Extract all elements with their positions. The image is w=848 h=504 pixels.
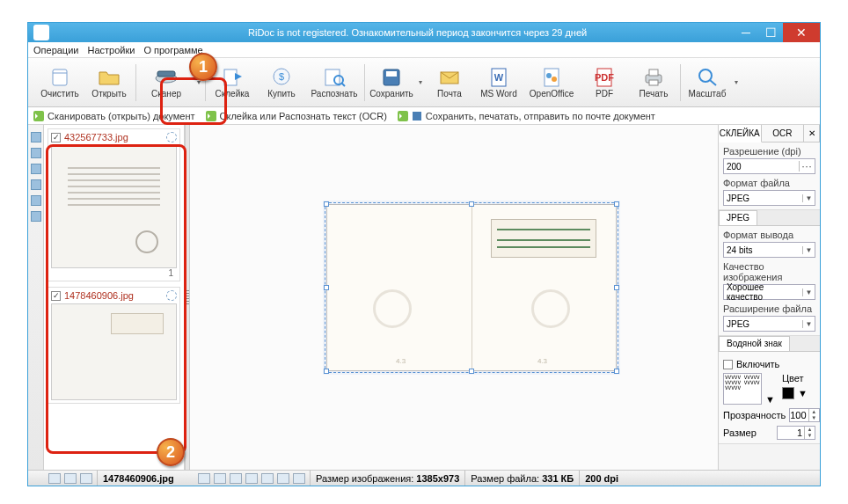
svg-point-23 [699,69,712,82]
thumbnail-gear-icon[interactable] [166,290,177,301]
save-button[interactable]: Сохранить [367,60,416,106]
status-icon[interactable] [277,473,289,484]
tool-icon[interactable] [31,148,41,158]
status-dims: 1385x973 [416,473,459,484]
tool-icon[interactable] [31,179,41,190]
thumbnail-checkbox[interactable]: ✓ [51,133,61,142]
svg-text:PDF: PDF [595,72,614,83]
size-label: Размер [723,427,757,438]
status-icon[interactable] [48,473,61,484]
thumbnail-item[interactable]: ✓ 432567733.jpg 1 [48,128,180,281]
watermark-tab[interactable]: Водяной знак [719,336,790,351]
document-page[interactable]: 4.3 4.3 [326,204,617,371]
svg-line-9 [341,83,345,86]
status-icon[interactable] [80,473,92,484]
menubar: Операции Настройки О программе [28,42,820,58]
thumbnail-checkbox[interactable]: ✓ [51,291,61,301]
hint-bar: Сканировать (открыть) документ Склейка и… [28,107,820,125]
maximize-button[interactable]: ☐ [758,23,783,42]
status-icon[interactable] [245,473,258,484]
svg-point-17 [552,77,557,82]
tool-icon[interactable] [31,164,41,174]
jpeg-tab[interactable]: JPEG [719,210,757,225]
app-window: RiDoc is not registered. Ознакомительный… [27,22,821,486]
tab-stitch[interactable]: СКЛЕЙКА [719,125,762,142]
svg-rect-21 [649,69,658,76]
svg-rect-11 [386,71,397,77]
tool-icon[interactable] [31,132,41,142]
minimize-button[interactable]: ─ [734,23,758,42]
status-icon[interactable] [198,473,210,484]
openoffice-button[interactable]: OpenOffice [523,60,580,106]
menu-operations[interactable]: Операции [33,45,78,55]
hint-save: Сохранить, печатать, отправить по почте … [398,111,655,121]
color-swatch[interactable] [782,387,794,399]
right-panel: СКЛЕЙКА OCR ✕ Разрешение (dpi) 200··· Фо… [718,125,820,470]
close-button[interactable]: ✕ [783,23,820,42]
thumbnail-panel: ✓ 432567733.jpg 1 ✓ 1478460906.jpg [44,125,185,470]
content-area: ✓ 432567733.jpg 1 ✓ 1478460906.jpg [28,125,820,470]
msword-button[interactable]: WMS Word [474,60,523,106]
save-dropdown[interactable]: ▾ [416,78,425,86]
tab-ocr[interactable]: OCR [762,125,805,142]
svg-rect-25 [413,112,421,121]
ext-select[interactable]: JPEG▼ [723,316,815,332]
svg-line-24 [710,80,716,85]
tool-icon[interactable] [31,211,41,222]
buy-button[interactable]: $Купить [257,60,306,106]
status-icon[interactable] [230,473,242,484]
enable-label: Включить [736,359,779,369]
status-icon[interactable] [261,473,274,484]
recognize-button[interactable]: Распознать [306,60,362,106]
opacity-spinner[interactable]: 100▲▼ [789,408,819,422]
scanner-button[interactable]: Сканер [138,60,194,106]
arrow-icon [33,111,44,121]
menu-settings[interactable]: Настройки [87,45,135,55]
svg-rect-0 [53,69,67,85]
output-select[interactable]: 24 bits▼ [723,242,815,258]
pattern-box[interactable]: VVVVV VVVVV VVVVV VVVVV VVVVV [723,373,762,405]
hint-ocr: Склейка или Распознать текст (OCR) [206,111,387,121]
quality-select[interactable]: Хорошее качество▼ [723,284,815,300]
thumbnail-filename: 432567733.jpg [64,132,128,142]
save-icon [412,111,422,121]
svg-rect-7 [325,69,340,85]
format-select[interactable]: JPEG▼ [723,190,815,206]
thumbnail-filename: 1478460906.jpg [64,290,134,301]
thumbnail-gear-icon[interactable] [166,132,177,142]
titlebar: RiDoc is not registered. Ознакомительный… [28,23,820,42]
output-label: Формат вывода [723,230,815,240]
status-filename: 1478460906.jpg [103,473,174,484]
thumbnail-image[interactable] [51,145,177,268]
thumbnail-image[interactable] [51,303,177,400]
print-button[interactable]: Печать [629,60,678,106]
status-icon[interactable] [64,473,77,484]
preview-area[interactable]: 4.3 4.3 [190,125,718,470]
window-title: RiDoc is not registered. Ознакомительный… [55,27,734,38]
resolution-field[interactable]: 200··· [723,158,815,174]
arrow-icon [398,111,408,121]
clear-button[interactable]: Очистить [35,60,84,106]
status-dpi: 200 dpi [585,473,618,484]
status-icon[interactable] [293,473,305,484]
hint-scan: Сканировать (открыть) документ [33,111,195,121]
tab-close[interactable]: ✕ [804,125,820,142]
pdf-button[interactable]: PDFPDF [580,60,629,106]
size-spinner[interactable]: 1▲▼ [777,426,815,440]
callout-2: 2 [157,438,185,466]
svg-rect-15 [545,69,559,86]
menu-about[interactable]: О программе [143,45,202,55]
opacity-label: Прозрачность [723,410,786,420]
mail-button[interactable]: Почта [425,60,474,106]
status-filesize: 331 КБ [542,473,574,484]
tool-icon[interactable] [31,195,41,206]
open-button[interactable]: Открыть [84,60,134,106]
enable-checkbox[interactable] [723,360,733,369]
thumbnail-item[interactable]: ✓ 1478460906.jpg [48,287,180,404]
zoom-dropdown[interactable]: ▾ [732,78,741,86]
zoom-button[interactable]: Масштаб [683,60,732,106]
format-label: Формат файла [723,178,815,188]
svg-rect-2 [157,71,175,77]
status-icon[interactable] [214,473,226,484]
svg-marker-4 [235,73,242,80]
